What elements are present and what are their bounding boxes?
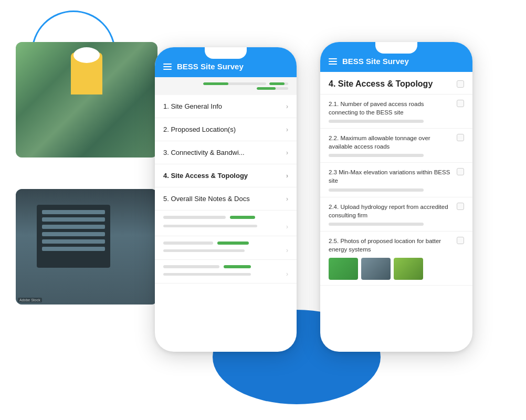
item-2-2-input xyxy=(329,154,424,157)
detail-item-2-3: 2.3 Min-Max elevation variations within … xyxy=(320,163,472,197)
adobe-stock-label: Adobe Stock xyxy=(18,298,42,302)
menu-item-4[interactable]: 4. Site Access & Topology › xyxy=(155,164,297,187)
thumbnail-2 xyxy=(361,258,391,280)
detail-item-2-4: 2.4. Upload hydrology report from accred… xyxy=(320,197,472,232)
phone-right: BESS Site Survey 4. Site Access & Topolo… xyxy=(320,42,472,352)
item-2-2-checkbox[interactable] xyxy=(457,134,464,141)
item-2-5-checkbox[interactable] xyxy=(457,237,464,244)
item-2-3-input xyxy=(329,188,424,192)
phone-notch-left xyxy=(205,47,247,59)
section-checkbox[interactable] xyxy=(457,80,464,88)
menu-list: 1. Site General Info › 2. Proposed Locat… xyxy=(155,95,297,284)
phone-left: BESS Site Survey 1. Site General Info › … xyxy=(155,47,297,352)
phone-left-title: BESS Site Survey xyxy=(177,62,244,71)
chevron-1: › xyxy=(286,103,288,110)
phone-right-title: BESS Site Survey xyxy=(342,57,409,66)
phone-notch-right xyxy=(375,42,417,54)
hamburger-icon-right xyxy=(329,58,337,65)
item-2-3-checkbox[interactable] xyxy=(457,168,464,175)
thumbnail-3 xyxy=(394,258,423,280)
photo-worker xyxy=(16,42,157,158)
progress-bar-2 xyxy=(269,82,288,85)
progress-bar-1 xyxy=(203,82,266,85)
menu-item-2[interactable]: 2. Proposed Location(s) › xyxy=(155,118,297,141)
placeholder-row-3: › xyxy=(155,260,297,284)
item-2-1-checkbox[interactable] xyxy=(457,100,464,107)
menu-item-3[interactable]: 3. Connectivity & Bandwi... › xyxy=(155,141,297,164)
item-2-4-input xyxy=(329,223,424,226)
progress-area-left xyxy=(155,77,297,95)
section-title: 4. Site Access & Topology xyxy=(320,72,472,94)
detail-content: 2.1. Number of paved access roads connec… xyxy=(320,94,472,286)
photo-server-rack: Adobe Stock xyxy=(16,189,157,304)
item-2-1-input xyxy=(329,120,424,123)
chevron-4: › xyxy=(286,172,288,180)
chevron-3: › xyxy=(286,149,288,156)
placeholder-row-1: › xyxy=(155,211,297,236)
thumbnail-row xyxy=(329,258,464,280)
detail-item-2-1: 2.1. Number of paved access roads connec… xyxy=(320,94,472,129)
menu-item-5[interactable]: 5. Overall Site Notes & Docs › xyxy=(155,187,297,211)
menu-item-1[interactable]: 1. Site General Info › xyxy=(155,95,297,118)
thumbnail-1 xyxy=(329,258,358,280)
placeholder-row-2: › xyxy=(155,236,297,260)
hamburger-icon-left xyxy=(163,64,172,70)
chevron-2: › xyxy=(286,126,288,133)
detail-item-2-2: 2.2. Maximum allowable tonnage over avai… xyxy=(320,129,472,163)
detail-item-2-5: 2.5. Photos of proposed location for bat… xyxy=(320,232,472,286)
progress-bar-3 xyxy=(257,87,288,90)
item-2-4-checkbox[interactable] xyxy=(457,203,464,210)
chevron-5: › xyxy=(286,195,288,203)
